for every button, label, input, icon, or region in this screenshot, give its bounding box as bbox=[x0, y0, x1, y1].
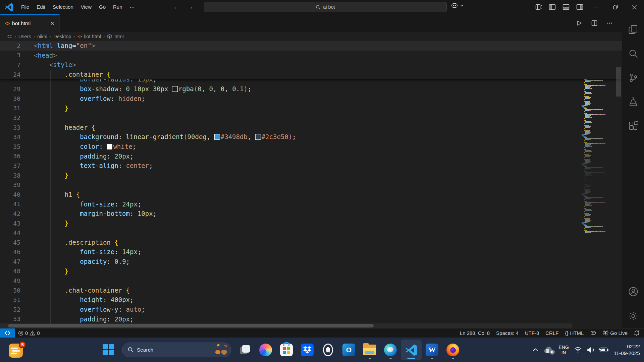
eol-setting[interactable]: CRLF bbox=[545, 330, 558, 336]
color-swatch[interactable] bbox=[255, 134, 261, 140]
code-line[interactable]: 46 font-size: 14px; bbox=[0, 247, 622, 257]
tray-clock[interactable]: 02:22 11-09-2025 bbox=[614, 343, 640, 357]
taskbar-edge-button[interactable] bbox=[380, 340, 401, 360]
taskbar-widgets-button[interactable]: 5 bbox=[9, 342, 25, 358]
code-line[interactable]: 42 margin-bottom: 10px; bbox=[0, 209, 622, 219]
code-line[interactable]: 34 background: linear-gradient(90deg, #3… bbox=[0, 132, 622, 142]
breadcrumb-drive[interactable]: C: bbox=[7, 34, 12, 39]
customize-layout-button[interactable] bbox=[532, 0, 545, 14]
taskbar-store-button[interactable] bbox=[276, 340, 297, 360]
menu-go[interactable]: Go bbox=[95, 2, 109, 12]
code-line[interactable]: 43 } bbox=[0, 219, 622, 228]
command-center-search[interactable]: ai bot bbox=[204, 2, 447, 12]
sidebar-item-source-control[interactable] bbox=[622, 66, 644, 90]
menu-run[interactable]: Run bbox=[109, 2, 126, 12]
taskbar-start-button[interactable] bbox=[98, 340, 119, 360]
code-line[interactable]: 33 header { bbox=[0, 123, 622, 132]
problems-warnings[interactable]: 0 bbox=[30, 330, 40, 336]
toggle-primary-sidebar-button[interactable] bbox=[545, 0, 559, 14]
nav-back-icon[interactable]: ← bbox=[173, 3, 179, 11]
taskbar-file-explorer-button[interactable] bbox=[359, 340, 380, 360]
battery-icon[interactable] bbox=[600, 348, 608, 352]
code-line[interactable]: 51 height: 400px; bbox=[0, 295, 622, 305]
taskbar-firefox-button[interactable] bbox=[442, 340, 463, 360]
tray-chevron-up-icon[interactable] bbox=[533, 348, 538, 351]
taskbar-dropbox-button[interactable] bbox=[297, 340, 318, 360]
minimap[interactable] bbox=[582, 41, 614, 323]
code-line[interactable]: 53 padding: 20px; bbox=[0, 314, 622, 324]
tray-language-indicator[interactable]: ENGIN bbox=[559, 345, 569, 355]
code-line[interactable]: 49 bbox=[0, 276, 622, 286]
tab-close-icon[interactable]: ✕ bbox=[49, 20, 56, 27]
code-line[interactable]: 32 bbox=[0, 113, 622, 123]
sidebar-item-explorer[interactable] bbox=[622, 17, 644, 42]
sidebar-item-search[interactable] bbox=[622, 42, 644, 66]
language-mode[interactable]: {}HTML bbox=[565, 330, 584, 336]
breadcrumb-user[interactable]: nikhi bbox=[37, 34, 47, 39]
code-line[interactable]: 7 <style> bbox=[0, 60, 622, 70]
code-line[interactable]: 36 padding: 20px; bbox=[0, 152, 622, 161]
tab-bot-html[interactable]: <> bot.html ✕ bbox=[0, 14, 60, 32]
code-line[interactable]: 40 h1 { bbox=[0, 190, 622, 199]
code-line[interactable]: 35 color: white; bbox=[0, 142, 622, 152]
taskbar-vscode-button[interactable] bbox=[401, 340, 422, 360]
cursor-position[interactable]: Ln 288, Col 8 bbox=[460, 330, 490, 336]
color-swatch[interactable] bbox=[107, 144, 112, 149]
code-line[interactable]: 37 text-align: center; bbox=[0, 161, 622, 171]
onedrive-paused-icon[interactable] bbox=[543, 347, 553, 353]
code-line[interactable]: 39 bbox=[0, 180, 622, 190]
code-line[interactable]: 31 } bbox=[0, 104, 622, 113]
code-line[interactable]: 29 box-shadow: 0 10px 30px rgba(0, 0, 0,… bbox=[0, 84, 622, 94]
indentation-setting[interactable]: Spaces: 4 bbox=[496, 330, 519, 336]
code-line[interactable]: 48 } bbox=[0, 266, 622, 276]
color-swatch[interactable] bbox=[172, 86, 178, 92]
horizontal-scrollbar[interactable] bbox=[8, 324, 374, 327]
toggle-panel-button[interactable] bbox=[559, 0, 573, 14]
menu-file[interactable]: File bbox=[17, 2, 33, 12]
breadcrumb-desktop[interactable]: Desktop bbox=[53, 34, 71, 39]
nav-forward-icon[interactable]: → bbox=[187, 3, 193, 11]
menu-view[interactable]: View bbox=[77, 2, 95, 12]
volume-icon[interactable] bbox=[587, 347, 594, 353]
run-button[interactable] bbox=[576, 20, 582, 26]
code-line[interactable]: 45 .description { bbox=[0, 238, 622, 247]
taskbar-search-box[interactable]: Search bbox=[122, 343, 231, 357]
toggle-secondary-sidebar-button[interactable] bbox=[573, 0, 587, 14]
copilot-status-button[interactable] bbox=[590, 330, 596, 336]
menu-selection[interactable]: Selection bbox=[49, 2, 77, 12]
split-editor-button[interactable] bbox=[591, 20, 597, 26]
breadcrumb-symbol[interactable]: html bbox=[114, 34, 123, 39]
more-actions-button[interactable] bbox=[606, 22, 612, 24]
notifications-bell-button[interactable] bbox=[634, 330, 639, 336]
vertical-scrollbar[interactable] bbox=[616, 67, 621, 97]
breadcrumb-users[interactable]: Users bbox=[18, 34, 31, 39]
taskbar-outlook-button[interactable]: O bbox=[338, 340, 359, 360]
sidebar-item-extensions[interactable] bbox=[622, 114, 644, 138]
code-line[interactable]: 47 opacity: 0.9; bbox=[0, 257, 622, 266]
breadcrumb-file[interactable]: bot.html bbox=[84, 34, 101, 39]
taskbar-word-button[interactable]: W bbox=[422, 340, 442, 360]
go-live-button[interactable]: Go Live bbox=[603, 330, 628, 336]
code-line[interactable]: 3<head> bbox=[0, 51, 622, 60]
account-button[interactable] bbox=[622, 280, 644, 304]
taskbar-copilot-button[interactable] bbox=[255, 340, 276, 360]
window-restore-button[interactable] bbox=[606, 0, 625, 14]
copilot-menu-button[interactable] bbox=[451, 2, 464, 9]
code-line[interactable]: 50 .chat-container { bbox=[0, 286, 622, 295]
code-line[interactable]: 52 overflow-y: auto; bbox=[0, 305, 622, 314]
code-line[interactable]: 24 .container { bbox=[0, 70, 622, 79]
code-line[interactable]: 41 font-size: 24px; bbox=[0, 199, 622, 209]
code-line[interactable]: 38 } bbox=[0, 171, 622, 180]
menu-edit[interactable]: Edit bbox=[33, 2, 49, 12]
code-line[interactable]: 2<html lang="en"> bbox=[0, 41, 622, 51]
code-line[interactable]: 44 bbox=[0, 228, 622, 238]
code-line[interactable]: border-radius: 15px; bbox=[0, 79, 622, 84]
settings-gear-button[interactable] bbox=[622, 304, 644, 328]
color-swatch[interactable] bbox=[214, 134, 220, 140]
code-editor[interactable]: 2<html lang="en">3<head>7 <style>24 .con… bbox=[0, 41, 622, 328]
remote-indicator[interactable] bbox=[0, 328, 15, 338]
code-line[interactable]: 30 overflow: hidden; bbox=[0, 94, 622, 104]
wifi-icon[interactable] bbox=[574, 347, 582, 353]
encoding-setting[interactable]: UTF-8 bbox=[525, 330, 539, 336]
window-minimize-button[interactable] bbox=[587, 0, 606, 14]
